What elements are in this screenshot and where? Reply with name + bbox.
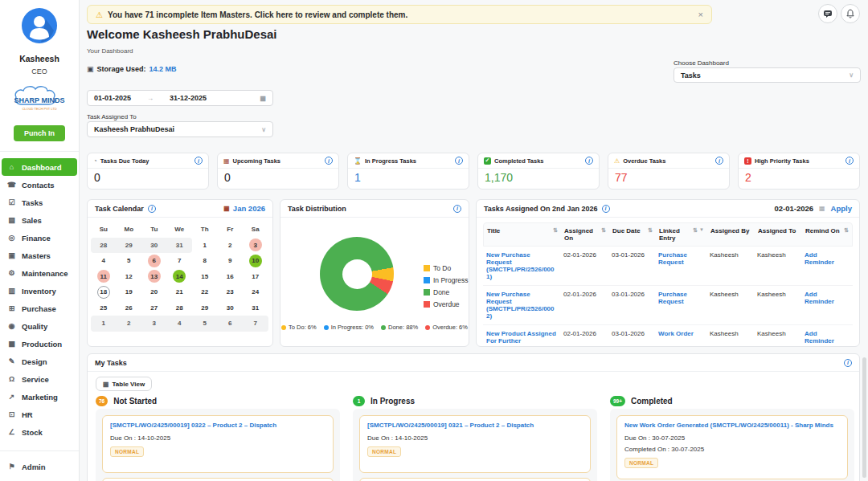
sidebar-item-service[interactable]: ΩService <box>0 370 79 388</box>
info-icon[interactable]: i <box>453 205 461 213</box>
table-view-button[interactable]: ▦ Table View <box>96 377 152 391</box>
sidebar-item-stock[interactable]: ∠Stock <box>0 423 79 441</box>
sidebar-item-sales[interactable]: ▤Sales <box>0 211 79 229</box>
sort-icon[interactable]: ⇅ <box>553 227 558 234</box>
calendar-day-number[interactable]: 29 <box>199 301 211 314</box>
legend-item[interactable]: To Do <box>424 262 468 274</box>
calendar-day-number[interactable]: 5 <box>199 317 211 330</box>
legend-item[interactable]: Overdue <box>424 298 468 310</box>
calendar-day-number[interactable]: 7 <box>173 255 186 267</box>
calendar-day-number[interactable]: 23 <box>223 286 236 299</box>
sidebar-item-quality[interactable]: ◉Quality <box>0 317 79 335</box>
calendar-day-number[interactable]: 31 <box>173 238 186 251</box>
sidebar-item-profile[interactable]: ☺Profile <box>0 475 79 481</box>
calendar-month-picker[interactable]: ▦ Jan 2026 <box>223 204 265 213</box>
sidebar-item-masters[interactable]: ▣Masters <box>0 247 79 264</box>
task-assigned-select[interactable]: Kasheesh PrabhuDesai ∨ <box>87 121 273 137</box>
info-icon[interactable]: i <box>602 205 610 213</box>
column-header-assigned-on[interactable]: Assigned On⇅ <box>561 223 609 246</box>
linked-entry-link[interactable]: Purchase Request <box>655 247 706 285</box>
calendar-day-number[interactable]: 8 <box>199 255 211 267</box>
date-from[interactable]: 01-01-2025 <box>94 94 131 102</box>
column-header-linked-entry[interactable]: Linked Entry⇅▼ <box>656 223 707 246</box>
calendar-day-number[interactable]: 28 <box>97 238 110 251</box>
calendar-day-number[interactable]: 26 <box>122 301 135 314</box>
sort-icon[interactable]: ⇅ <box>601 227 606 234</box>
calendar-day-number[interactable]: 30 <box>223 301 236 314</box>
calendar-day-number[interactable]: 13 <box>148 270 161 283</box>
sidebar-item-maintenance[interactable]: ⚙Maintenance <box>0 264 79 282</box>
column-header-title[interactable]: Title⇅ <box>484 223 561 246</box>
calendar-day-number[interactable]: 1 <box>97 317 110 330</box>
task-title-link[interactable]: New Product Assigned For Further Process… <box>483 325 560 347</box>
sidebar-item-contacts[interactable]: ☎Contacts <box>0 176 79 194</box>
notifications-button[interactable] <box>841 4 860 23</box>
linked-entry-link[interactable]: Purchase Request <box>655 286 706 324</box>
info-icon[interactable]: i <box>148 205 156 213</box>
calendar-day-number[interactable]: 30 <box>148 238 161 251</box>
legend-item[interactable]: In Progress: 0% <box>324 324 374 331</box>
calendar-day-number[interactable]: 20 <box>148 286 161 299</box>
date-range-input[interactable]: 01-01-2025 → 31-12-2025 ▦ <box>87 90 273 106</box>
column-header-due-date[interactable]: Due Date⇅ <box>609 223 656 246</box>
column-header-remind-on[interactable]: Remind On⇅ <box>802 223 852 246</box>
task-card[interactable]: [SMCTPL/WO/2425/00019] 0321 – Product 2 … <box>359 415 591 473</box>
task-title-link[interactable]: New Purchase Request (SMCTPL/PR/2526/000… <box>483 286 560 324</box>
info-icon[interactable]: i <box>715 157 723 165</box>
info-icon[interactable]: i <box>845 157 854 165</box>
calendar-day-number[interactable]: 2 <box>223 238 236 251</box>
sort-icon[interactable]: ⇅ <box>693 227 698 234</box>
calendar-day-number[interactable]: 17 <box>249 270 262 283</box>
info-icon[interactable]: i <box>844 359 852 367</box>
banner-close-icon[interactable]: × <box>698 10 703 19</box>
legend-item[interactable]: Overdue: 6% <box>425 324 468 331</box>
info-icon[interactable]: i <box>585 157 593 165</box>
sidebar-item-tasks[interactable]: ☑Tasks <box>0 194 79 211</box>
add-reminder-link[interactable]: Add Reminder <box>801 286 851 324</box>
calendar-day-number[interactable]: 2 <box>122 317 135 330</box>
storage-value[interactable]: 14.2 MB <box>149 65 177 73</box>
add-reminder-link[interactable]: Add Reminder <box>801 247 851 285</box>
calendar-day-number[interactable]: 7 <box>249 317 262 330</box>
task-card[interactable]: [SMCTPL/WO/2425/00019] 0322 – Product 2 … <box>102 415 334 473</box>
sidebar-item-marketing[interactable]: ↗Marketing <box>0 388 79 406</box>
calendar-day-number[interactable]: 27 <box>148 301 161 314</box>
info-icon[interactable]: i <box>194 157 203 165</box>
calendar-day-number[interactable]: 11 <box>97 270 110 283</box>
legend-item[interactable]: Done <box>424 286 468 298</box>
filter-icon[interactable]: ▼ <box>699 227 704 232</box>
sort-icon[interactable]: ⇅ <box>648 227 653 234</box>
assigned-date-value[interactable]: 02-01-2026 <box>774 204 813 213</box>
calendar-day-number[interactable]: 28 <box>173 301 186 314</box>
sidebar-item-purchase[interactable]: ⊞Purchase <box>0 300 79 317</box>
calendar-day-number[interactable]: 4 <box>173 317 186 330</box>
add-reminder-link[interactable]: Add Reminder <box>801 325 851 347</box>
punch-in-button[interactable]: Punch In <box>14 125 65 141</box>
calendar-day-number[interactable]: 9 <box>223 255 236 267</box>
donut-chart[interactable] <box>320 237 394 311</box>
calendar-day-number[interactable]: 3 <box>249 238 262 251</box>
sidebar-item-admin[interactable]: ⚑Admin <box>0 458 79 475</box>
task-card[interactable] <box>102 478 334 481</box>
linked-entry-link[interactable]: Work Order <box>655 325 706 347</box>
calendar-day-number[interactable]: 5 <box>122 255 135 267</box>
task-title-link[interactable]: New Purchase Request (SMCTPL/PR/2526/000… <box>483 247 560 285</box>
calendar-day-number[interactable]: 14 <box>173 270 186 283</box>
alert-banner-text[interactable]: You have 71 incomplete Item Masters. Cli… <box>108 10 694 19</box>
legend-item[interactable]: In Progress <box>424 274 468 286</box>
chat-button[interactable] <box>818 4 837 23</box>
calendar-day-number[interactable]: 25 <box>97 301 110 314</box>
avatar[interactable] <box>22 8 57 47</box>
date-to[interactable]: 31-12-2025 <box>170 94 207 102</box>
calendar-day-number[interactable]: 6 <box>148 255 161 267</box>
sidebar-item-production[interactable]: ▦Production <box>0 335 79 353</box>
calendar-day-number[interactable]: 10 <box>249 255 262 267</box>
sort-icon[interactable]: ⇅ <box>844 227 849 234</box>
sidebar-item-dashboard[interactable]: ⌂Dashboard <box>2 158 77 176</box>
dashboard-select[interactable]: Tasks ∨ <box>674 67 861 83</box>
info-icon[interactable]: i <box>325 157 333 165</box>
task-card-title[interactable]: New Work Order Generated (SMCTPL/WO/2425… <box>624 422 840 430</box>
sidebar-item-hr[interactable]: ⊡HR <box>0 406 79 423</box>
calendar-day-number[interactable]: 21 <box>173 286 186 299</box>
calendar-day-number[interactable]: 4 <box>97 255 110 267</box>
